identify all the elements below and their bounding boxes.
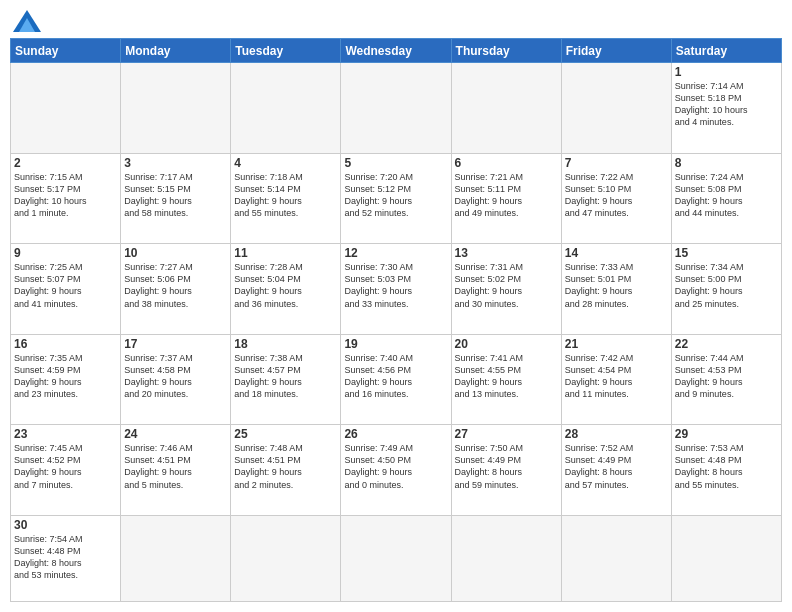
calendar-cell: 26Sunrise: 7:49 AM Sunset: 4:50 PM Dayli… — [341, 425, 451, 516]
day-number: 29 — [675, 427, 778, 441]
header-day-sunday: Sunday — [11, 39, 121, 63]
calendar-week-row: 23Sunrise: 7:45 AM Sunset: 4:52 PM Dayli… — [11, 425, 782, 516]
day-info: Sunrise: 7:54 AM Sunset: 4:48 PM Dayligh… — [14, 533, 117, 582]
calendar-cell: 19Sunrise: 7:40 AM Sunset: 4:56 PM Dayli… — [341, 334, 451, 425]
day-number: 4 — [234, 156, 337, 170]
header-day-wednesday: Wednesday — [341, 39, 451, 63]
day-info: Sunrise: 7:31 AM Sunset: 5:02 PM Dayligh… — [455, 261, 558, 310]
calendar-cell: 18Sunrise: 7:38 AM Sunset: 4:57 PM Dayli… — [231, 334, 341, 425]
calendar-cell: 15Sunrise: 7:34 AM Sunset: 5:00 PM Dayli… — [671, 244, 781, 335]
day-info: Sunrise: 7:41 AM Sunset: 4:55 PM Dayligh… — [455, 352, 558, 401]
calendar-cell: 29Sunrise: 7:53 AM Sunset: 4:48 PM Dayli… — [671, 425, 781, 516]
calendar-cell: 4Sunrise: 7:18 AM Sunset: 5:14 PM Daylig… — [231, 153, 341, 244]
day-info: Sunrise: 7:46 AM Sunset: 4:51 PM Dayligh… — [124, 442, 227, 491]
day-number: 24 — [124, 427, 227, 441]
header-day-tuesday: Tuesday — [231, 39, 341, 63]
header-day-saturday: Saturday — [671, 39, 781, 63]
logo — [10, 10, 41, 32]
day-info: Sunrise: 7:30 AM Sunset: 5:03 PM Dayligh… — [344, 261, 447, 310]
page: SundayMondayTuesdayWednesdayThursdayFrid… — [0, 0, 792, 612]
calendar-cell: 17Sunrise: 7:37 AM Sunset: 4:58 PM Dayli… — [121, 334, 231, 425]
calendar-cell — [671, 515, 781, 601]
day-number: 3 — [124, 156, 227, 170]
day-info: Sunrise: 7:34 AM Sunset: 5:00 PM Dayligh… — [675, 261, 778, 310]
calendar-cell: 28Sunrise: 7:52 AM Sunset: 4:49 PM Dayli… — [561, 425, 671, 516]
day-number: 13 — [455, 246, 558, 260]
day-info: Sunrise: 7:45 AM Sunset: 4:52 PM Dayligh… — [14, 442, 117, 491]
day-info: Sunrise: 7:17 AM Sunset: 5:15 PM Dayligh… — [124, 171, 227, 220]
calendar-cell — [11, 63, 121, 154]
day-number: 26 — [344, 427, 447, 441]
day-number: 20 — [455, 337, 558, 351]
day-number: 23 — [14, 427, 117, 441]
day-number: 21 — [565, 337, 668, 351]
day-number: 22 — [675, 337, 778, 351]
calendar-cell — [451, 63, 561, 154]
day-info: Sunrise: 7:52 AM Sunset: 4:49 PM Dayligh… — [565, 442, 668, 491]
calendar-cell — [451, 515, 561, 601]
day-info: Sunrise: 7:28 AM Sunset: 5:04 PM Dayligh… — [234, 261, 337, 310]
day-info: Sunrise: 7:27 AM Sunset: 5:06 PM Dayligh… — [124, 261, 227, 310]
day-info: Sunrise: 7:49 AM Sunset: 4:50 PM Dayligh… — [344, 442, 447, 491]
calendar-cell: 2Sunrise: 7:15 AM Sunset: 5:17 PM Daylig… — [11, 153, 121, 244]
day-info: Sunrise: 7:20 AM Sunset: 5:12 PM Dayligh… — [344, 171, 447, 220]
day-number: 18 — [234, 337, 337, 351]
day-number: 14 — [565, 246, 668, 260]
day-number: 27 — [455, 427, 558, 441]
day-number: 30 — [14, 518, 117, 532]
day-number: 15 — [675, 246, 778, 260]
day-info: Sunrise: 7:40 AM Sunset: 4:56 PM Dayligh… — [344, 352, 447, 401]
calendar-cell: 24Sunrise: 7:46 AM Sunset: 4:51 PM Dayli… — [121, 425, 231, 516]
day-info: Sunrise: 7:48 AM Sunset: 4:51 PM Dayligh… — [234, 442, 337, 491]
calendar-header-row: SundayMondayTuesdayWednesdayThursdayFrid… — [11, 39, 782, 63]
day-info: Sunrise: 7:33 AM Sunset: 5:01 PM Dayligh… — [565, 261, 668, 310]
calendar-cell — [561, 63, 671, 154]
calendar-cell: 1Sunrise: 7:14 AM Sunset: 5:18 PM Daylig… — [671, 63, 781, 154]
logo-icon — [13, 10, 41, 32]
day-info: Sunrise: 7:50 AM Sunset: 4:49 PM Dayligh… — [455, 442, 558, 491]
day-info: Sunrise: 7:53 AM Sunset: 4:48 PM Dayligh… — [675, 442, 778, 491]
day-info: Sunrise: 7:24 AM Sunset: 5:08 PM Dayligh… — [675, 171, 778, 220]
day-number: 19 — [344, 337, 447, 351]
calendar-cell — [231, 63, 341, 154]
calendar-cell — [121, 63, 231, 154]
calendar-week-row: 1Sunrise: 7:14 AM Sunset: 5:18 PM Daylig… — [11, 63, 782, 154]
day-info: Sunrise: 7:35 AM Sunset: 4:59 PM Dayligh… — [14, 352, 117, 401]
calendar-cell — [561, 515, 671, 601]
calendar-cell: 20Sunrise: 7:41 AM Sunset: 4:55 PM Dayli… — [451, 334, 561, 425]
calendar-cell — [341, 515, 451, 601]
day-info: Sunrise: 7:21 AM Sunset: 5:11 PM Dayligh… — [455, 171, 558, 220]
calendar-cell: 5Sunrise: 7:20 AM Sunset: 5:12 PM Daylig… — [341, 153, 451, 244]
calendar-week-row: 2Sunrise: 7:15 AM Sunset: 5:17 PM Daylig… — [11, 153, 782, 244]
calendar-cell: 13Sunrise: 7:31 AM Sunset: 5:02 PM Dayli… — [451, 244, 561, 335]
header-day-friday: Friday — [561, 39, 671, 63]
day-info: Sunrise: 7:14 AM Sunset: 5:18 PM Dayligh… — [675, 80, 778, 129]
day-number: 17 — [124, 337, 227, 351]
header-day-thursday: Thursday — [451, 39, 561, 63]
calendar-cell: 16Sunrise: 7:35 AM Sunset: 4:59 PM Dayli… — [11, 334, 121, 425]
day-number: 1 — [675, 65, 778, 79]
calendar-cell: 11Sunrise: 7:28 AM Sunset: 5:04 PM Dayli… — [231, 244, 341, 335]
day-info: Sunrise: 7:22 AM Sunset: 5:10 PM Dayligh… — [565, 171, 668, 220]
day-number: 28 — [565, 427, 668, 441]
day-number: 25 — [234, 427, 337, 441]
calendar-cell: 10Sunrise: 7:27 AM Sunset: 5:06 PM Dayli… — [121, 244, 231, 335]
calendar-cell: 23Sunrise: 7:45 AM Sunset: 4:52 PM Dayli… — [11, 425, 121, 516]
calendar-cell: 9Sunrise: 7:25 AM Sunset: 5:07 PM Daylig… — [11, 244, 121, 335]
calendar-week-row: 16Sunrise: 7:35 AM Sunset: 4:59 PM Dayli… — [11, 334, 782, 425]
day-number: 16 — [14, 337, 117, 351]
day-number: 9 — [14, 246, 117, 260]
day-info: Sunrise: 7:38 AM Sunset: 4:57 PM Dayligh… — [234, 352, 337, 401]
header — [10, 10, 782, 32]
calendar-cell — [231, 515, 341, 601]
calendar-cell: 3Sunrise: 7:17 AM Sunset: 5:15 PM Daylig… — [121, 153, 231, 244]
day-number: 6 — [455, 156, 558, 170]
day-number: 2 — [14, 156, 117, 170]
day-info: Sunrise: 7:37 AM Sunset: 4:58 PM Dayligh… — [124, 352, 227, 401]
calendar-cell: 25Sunrise: 7:48 AM Sunset: 4:51 PM Dayli… — [231, 425, 341, 516]
day-number: 8 — [675, 156, 778, 170]
calendar-cell: 12Sunrise: 7:30 AM Sunset: 5:03 PM Dayli… — [341, 244, 451, 335]
calendar-cell: 8Sunrise: 7:24 AM Sunset: 5:08 PM Daylig… — [671, 153, 781, 244]
day-number: 12 — [344, 246, 447, 260]
calendar-cell — [121, 515, 231, 601]
